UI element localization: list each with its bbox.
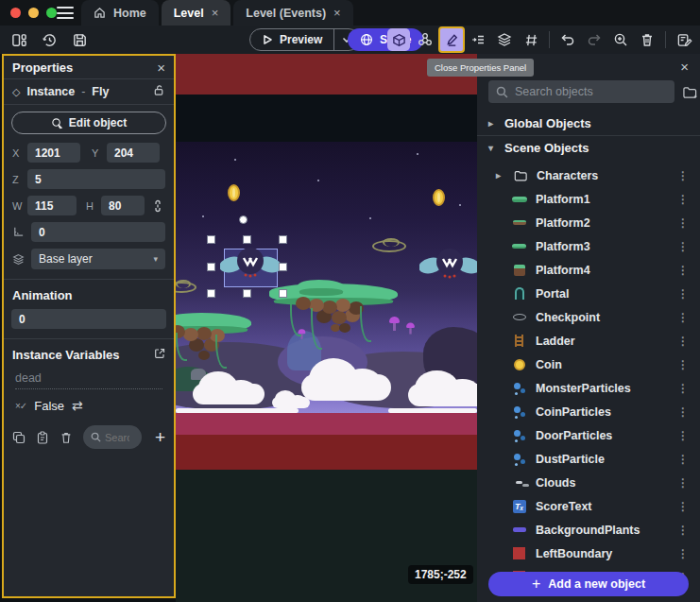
edit-object-button[interactable]: Edit object <box>11 112 166 134</box>
delete-icon[interactable] <box>636 28 658 51</box>
edit-events-icon[interactable] <box>673 28 695 51</box>
edit-scene-pencil-icon[interactable] <box>440 28 463 51</box>
objects-search-input[interactable] <box>515 85 667 98</box>
close-tab-icon[interactable]: × <box>212 6 219 20</box>
kebab-menu-icon[interactable]: ⋮ <box>675 405 691 419</box>
angle-input[interactable]: 0 <box>31 222 165 242</box>
layer-select[interactable]: Base layer ▾ <box>31 249 165 269</box>
kebab-menu-icon[interactable]: ⋮ <box>675 169 691 182</box>
trash-icon[interactable] <box>60 431 73 444</box>
variable-name[interactable]: dead <box>15 371 162 389</box>
resize-handle-e[interactable] <box>279 263 287 271</box>
width-input[interactable]: 115 <box>27 196 77 215</box>
zoom-window-button[interactable] <box>46 8 57 18</box>
checkpoint-outline[interactable] <box>372 240 406 252</box>
kebab-menu-icon[interactable]: ⋮ <box>675 193 691 206</box>
object-row-checkpoint[interactable]: Checkpoint ⋮ <box>477 305 700 329</box>
object-row-platform3[interactable]: Platform3 ⋮ <box>477 234 700 258</box>
hamburger-menu-icon[interactable] <box>57 7 74 19</box>
open-variables-icon[interactable] <box>154 348 165 362</box>
fly-monster-instance-selected[interactable] <box>220 244 281 282</box>
panels-layout-icon[interactable] <box>8 28 30 51</box>
tab-level-events[interactable]: Level (Events) × <box>233 0 352 26</box>
z-input[interactable]: 5 <box>27 169 165 189</box>
add-folder-icon[interactable] <box>682 85 698 99</box>
kebab-menu-icon[interactable]: ⋮ <box>675 264 691 277</box>
3d-view-icon[interactable] <box>387 28 410 51</box>
preview-button[interactable]: Preview <box>250 29 333 50</box>
variables-search-input[interactable] <box>105 432 129 443</box>
add-new-object-button[interactable]: + Add a new object <box>488 572 689 596</box>
close-properties-icon[interactable]: × <box>157 60 165 76</box>
kebab-menu-icon[interactable]: ⋮ <box>675 524 691 537</box>
kebab-menu-icon[interactable]: ⋮ <box>675 382 691 395</box>
object-row-doorparticles[interactable]: DoorParticles ⋮ <box>477 423 700 447</box>
resize-handle-ne[interactable] <box>279 235 287 244</box>
object-row-monsterparticles[interactable]: MonsterParticles ⋮ <box>477 376 700 400</box>
layers-icon[interactable] <box>493 28 516 51</box>
coin-instance[interactable] <box>228 184 240 201</box>
zoom-in-icon[interactable] <box>609 28 632 51</box>
object-row-clouds[interactable]: Clouds ⋮ <box>477 471 700 494</box>
kebab-menu-icon[interactable]: ⋮ <box>675 453 691 466</box>
object-groups-icon[interactable] <box>414 28 436 51</box>
resize-handle-w[interactable] <box>207 263 215 271</box>
aspect-ratio-link-icon[interactable] <box>152 199 163 213</box>
instances-list-icon[interactable] <box>467 28 489 51</box>
kebab-menu-icon[interactable]: ⋮ <box>675 216 691 230</box>
checkpoint-outline[interactable] <box>176 282 196 293</box>
rotation-handle[interactable] <box>239 215 248 224</box>
object-row-coin[interactable]: Coin ⋮ <box>477 353 700 376</box>
object-row-dustparticle[interactable]: DustParticle ⋮ <box>477 447 700 471</box>
resize-handle-se[interactable] <box>279 289 287 298</box>
object-row-scoretext[interactable]: ScoreText ⋮ <box>477 494 700 518</box>
resize-handle-s[interactable] <box>243 289 251 298</box>
object-row-portal[interactable]: Portal ⋮ <box>477 282 700 305</box>
kebab-menu-icon[interactable]: ⋮ <box>675 335 691 348</box>
history-icon[interactable] <box>38 28 60 51</box>
object-row-characters[interactable]: ▸ Characters ⋮ <box>477 163 700 187</box>
unlock-icon[interactable] <box>153 84 165 99</box>
close-tab-icon[interactable]: × <box>333 6 341 20</box>
resize-handle-nw[interactable] <box>207 235 215 244</box>
paste-icon[interactable] <box>36 431 49 444</box>
group-global-objects[interactable]: ▸ Global Objects <box>477 111 700 135</box>
toggle-variable-icon[interactable]: ⇄ <box>72 398 83 413</box>
kebab-menu-icon[interactable]: ⋮ <box>675 500 691 513</box>
variables-search[interactable] <box>83 425 142 449</box>
kebab-menu-icon[interactable]: ⋮ <box>675 240 691 253</box>
object-row-ladder[interactable]: Ladder ⋮ <box>477 329 700 353</box>
kebab-menu-icon[interactable]: ⋮ <box>675 547 691 560</box>
x-input[interactable]: 1201 <box>27 143 80 163</box>
height-input[interactable]: 80 <box>101 196 145 215</box>
resize-handle-n[interactable] <box>243 235 251 244</box>
grid-icon[interactable] <box>520 28 542 51</box>
kebab-menu-icon[interactable]: ⋮ <box>675 429 691 442</box>
object-row-backgroundplants[interactable]: BackgroundPlants ⋮ <box>477 518 700 542</box>
coin-instance[interactable] <box>433 189 445 206</box>
resize-handle-sw[interactable] <box>207 289 215 298</box>
floating-island[interactable] <box>269 280 398 370</box>
tab-home[interactable]: Home <box>81 0 159 26</box>
copy-icon[interactable] <box>12 431 26 444</box>
scene-canvas[interactable]: 1785;-252 <box>176 54 477 602</box>
kebab-menu-icon[interactable]: ⋮ <box>675 358 691 371</box>
kebab-menu-icon[interactable]: ⋮ <box>675 476 691 490</box>
variable-value[interactable]: False <box>34 399 64 413</box>
kebab-menu-icon[interactable]: ⋮ <box>675 311 691 324</box>
minimize-window-button[interactable] <box>28 8 39 18</box>
save-icon[interactable] <box>68 28 91 51</box>
group-scene-objects[interactable]: ▾ Scene Objects <box>477 135 700 160</box>
object-row-leftboundary[interactable]: LeftBoundary ⋮ <box>477 542 700 565</box>
redo-icon[interactable] <box>583 28 606 51</box>
tab-level[interactable]: Level × <box>162 0 231 26</box>
object-row-coinparticles[interactable]: CoinParticles ⋮ <box>477 400 700 423</box>
close-window-button[interactable] <box>10 8 21 18</box>
objects-search[interactable] <box>488 80 674 103</box>
kebab-menu-icon[interactable]: ⋮ <box>675 287 691 301</box>
add-variable-button[interactable]: + <box>155 428 165 446</box>
close-objects-icon[interactable]: × <box>680 59 689 75</box>
undo-icon[interactable] <box>556 28 579 51</box>
fly-monster-instance[interactable] <box>419 246 477 284</box>
object-row-platform4[interactable]: Platform4 ⋮ <box>477 258 700 282</box>
